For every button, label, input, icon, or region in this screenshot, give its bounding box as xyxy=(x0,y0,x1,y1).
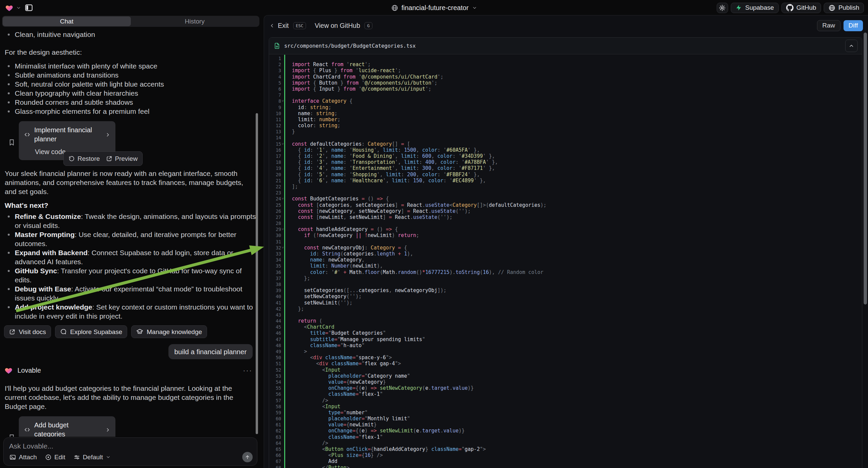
ask-input[interactable]: Ask Lovable... xyxy=(9,442,252,450)
code-text: className="flex-1" xyxy=(281,391,383,397)
code-line: 60 placeholder="Monthly limit" xyxy=(269,416,862,422)
diff-button[interactable]: Diff xyxy=(843,20,863,31)
publish-globe-icon xyxy=(829,4,835,11)
code-line: 35 limit: Number(newLimit), xyxy=(269,263,862,269)
chevron-down-icon[interactable] xyxy=(16,5,21,10)
code-scrollbar[interactable] xyxy=(864,33,867,304)
model-default-dropdown[interactable]: Default xyxy=(73,454,111,461)
code-line: 55 onChange={(e) => setNewCategory(e.tar… xyxy=(269,385,862,391)
knowledge-icon xyxy=(136,328,143,335)
user-message-text: build a financial planner xyxy=(168,344,253,359)
view-on-github-button[interactable]: View on GitHub G xyxy=(315,22,372,30)
line-number: 61 xyxy=(269,422,281,428)
bullet-lead: Add project knowledge xyxy=(15,303,92,311)
code-line: 25 const [categories, setCategories] = R… xyxy=(269,202,862,208)
chat-scrollbar[interactable] xyxy=(256,113,258,434)
chat-paragraph: Your sleek financial planner is now read… xyxy=(5,169,256,196)
supabase-button[interactable]: Supabase xyxy=(731,3,779,13)
code-text: className="flex-1" xyxy=(281,434,383,440)
external-link-icon xyxy=(106,155,113,162)
exit-button[interactable]: Exit ESC xyxy=(269,22,306,30)
collapse-file-button[interactable] xyxy=(845,39,858,52)
sidebar-toggle-icon[interactable] xyxy=(24,2,34,13)
fold-chevron-icon[interactable]: ˅ xyxy=(282,141,284,147)
line-number: 48 xyxy=(269,343,281,349)
line-number: 68 xyxy=(269,465,281,468)
code-line: 15˅const defaultCategories: Category[] =… xyxy=(269,141,862,147)
publish-button[interactable]: Publish xyxy=(824,3,864,13)
fold-chevron-icon[interactable]: ˅ xyxy=(282,98,284,104)
list-item: Expand with Backend: Connect Supabase to… xyxy=(3,248,257,266)
bookmark-icon[interactable] xyxy=(8,420,16,437)
line-number: 7 xyxy=(269,92,281,98)
chevron-left-icon xyxy=(269,23,275,29)
fold-chevron-icon[interactable]: ˅ xyxy=(282,196,284,202)
code-text: import { Button } from '@/components/ui/… xyxy=(281,80,437,86)
code-text: name: newCategory, xyxy=(281,257,365,263)
line-number: 15 xyxy=(269,141,281,147)
image-icon xyxy=(9,454,16,461)
restore-button[interactable]: Restore xyxy=(68,154,100,163)
code-line: 57 /> xyxy=(269,398,862,404)
list-item: Debug with Ease: Activate our experiment… xyxy=(3,284,257,302)
chip-manage-knowledge[interactable]: Manage knowledge xyxy=(131,325,207,338)
list-item: Add project knowledge: Set key context o… xyxy=(3,302,257,321)
settings-button[interactable] xyxy=(717,3,728,13)
code-text: }; xyxy=(281,306,304,312)
chip-explore-supabase[interactable]: Explore Supabase xyxy=(55,325,127,338)
preview-label: Preview xyxy=(115,154,138,163)
github-button[interactable]: GitHub xyxy=(781,3,821,13)
version-card-title-row: Add budget categories xyxy=(24,421,111,437)
code-line: 43 xyxy=(269,312,862,318)
tab-chat[interactable]: Chat xyxy=(3,17,131,26)
code-text: const [newLimit, setNewLimit] = React.us… xyxy=(281,214,453,220)
list-item: Subtle animations and transitions xyxy=(3,70,257,80)
code-line: 14 xyxy=(269,135,862,141)
code-line: 42 }; xyxy=(269,306,862,312)
version-card-title: Implement financial planner xyxy=(34,125,101,144)
composer: Ask Lovable... Attach Edit Default xyxy=(3,437,257,466)
code-line: 45 <ChartCard xyxy=(269,324,862,330)
line-number: 29 xyxy=(269,226,281,232)
code-text: <div className="flex gap-4"> xyxy=(281,360,401,367)
attach-button[interactable]: Attach xyxy=(9,454,37,461)
message-menu-icon[interactable]: ··· xyxy=(243,366,252,375)
line-number: 2 xyxy=(269,61,281,67)
preview-button[interactable]: Preview xyxy=(106,154,138,163)
code-line: 9 id: string; xyxy=(269,105,862,111)
code-text xyxy=(281,190,292,196)
fold-chevron-icon[interactable]: ˅ xyxy=(282,245,284,251)
bookmark-icon[interactable] xyxy=(8,124,16,160)
code-line: 64 /> xyxy=(269,440,862,446)
code-line: 10 name: string; xyxy=(269,111,862,117)
fold-chevron-icon[interactable]: ˅ xyxy=(282,226,284,232)
code-line: 2import React from 'react'; xyxy=(269,61,862,67)
line-number: 24 xyxy=(269,196,281,202)
version-card[interactable]: Add budget categoriesView codeRestorePre… xyxy=(19,416,116,437)
top-bar: financial-future-creator Supabase GitHub… xyxy=(0,0,868,16)
line-number: 59 xyxy=(269,410,281,416)
chat-history-tabs: Chat History xyxy=(2,16,259,27)
bullet-lead: Refine & Customize xyxy=(15,212,81,220)
line-number: 39 xyxy=(269,287,281,293)
raw-button[interactable]: Raw xyxy=(817,20,840,31)
edit-button[interactable]: Edit xyxy=(45,454,65,461)
code-card: src/components/budget/BudgetCategories.t… xyxy=(269,37,862,468)
tab-history[interactable]: History xyxy=(131,17,259,26)
code-text: <Button onClick={handleAddCategory} clas… xyxy=(281,446,486,452)
arrow-up-icon xyxy=(245,454,250,460)
version-card[interactable]: Implement financial plannerView codeRest… xyxy=(19,121,116,160)
line-number: 6 xyxy=(269,86,281,92)
code-line: 24˅const BudgetCategories = () => { xyxy=(269,196,862,202)
lovable-heart-icon[interactable] xyxy=(5,4,14,12)
chip-visit-docs[interactable]: Visit docs xyxy=(4,325,51,338)
project-menu[interactable]: financial-future-creator xyxy=(391,0,477,16)
code-line: 51 <div className="flex gap-4"> xyxy=(269,360,862,367)
chip-label: Visit docs xyxy=(19,327,46,337)
chat-bullet-list: Refine & Customize: Tweak the design, an… xyxy=(3,212,257,321)
code-line: 5import { Button } from '@/components/ui… xyxy=(269,80,862,86)
send-button[interactable] xyxy=(242,452,253,462)
user-message: build a financial planner xyxy=(3,344,253,359)
code-text: id: String(categories.length + 1), xyxy=(281,251,413,257)
code-text: } xyxy=(281,128,295,135)
